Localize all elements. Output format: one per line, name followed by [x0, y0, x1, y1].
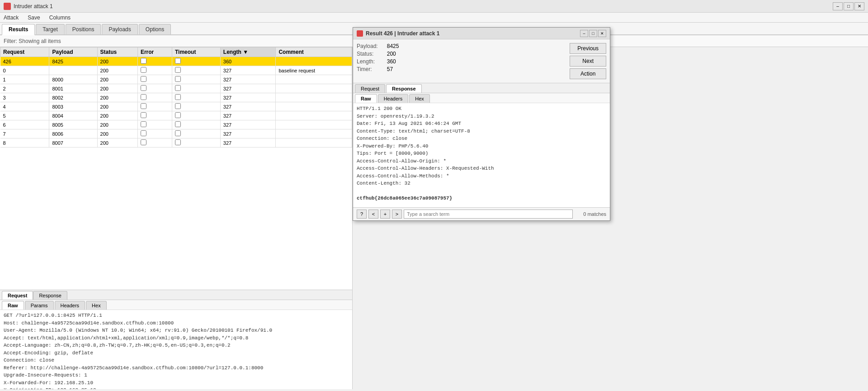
cell-request: 1: [0, 75, 49, 84]
cell-error-checkbox[interactable]: [141, 103, 146, 109]
popup-search-matches: 0 matches: [575, 211, 606, 217]
popup-search-next-down-button[interactable]: >: [392, 210, 402, 219]
cell-timeout-checkbox[interactable]: [175, 130, 181, 136]
req-sub-tab-raw[interactable]: Raw: [2, 301, 24, 310]
tab-options[interactable]: Options: [139, 24, 171, 34]
cell-error-checkbox[interactable]: [141, 121, 146, 127]
request-code-area: GET /?url=127.0.0.1:8425 HTTP/1.1 Host: …: [0, 310, 352, 389]
table-row[interactable]: 88007200327: [0, 138, 352, 148]
req-resp-tab-request[interactable]: Request: [2, 291, 33, 300]
table-row[interactable]: 4268425200360: [0, 57, 352, 66]
cell-comment: [276, 120, 352, 129]
popup-sub-tab-headers[interactable]: Headers: [378, 94, 409, 103]
col-status[interactable]: Status: [97, 48, 137, 57]
cell-request: 4: [0, 102, 49, 111]
minimize-button[interactable]: –: [833, 2, 843, 10]
cell-timeout: [172, 93, 221, 102]
req-sub-tab-params[interactable]: Params: [25, 301, 54, 310]
cell-error-checkbox[interactable]: [141, 139, 146, 145]
cell-timeout-checkbox[interactable]: [175, 58, 181, 64]
cell-error: [137, 57, 172, 66]
popup-search-input[interactable]: [404, 210, 573, 219]
tab-results[interactable]: Results: [2, 24, 35, 35]
cell-length: 327: [220, 84, 276, 93]
table-row[interactable]: 28001200327: [0, 84, 352, 93]
popup-tab-request[interactable]: Request: [355, 84, 385, 93]
popup-close-button[interactable]: ✕: [598, 30, 606, 37]
action-button[interactable]: Action: [570, 68, 606, 79]
table-row[interactable]: 58004200327: [0, 111, 352, 120]
req-resp-tab-response[interactable]: Response: [33, 291, 67, 300]
popup-search-bar: ? < + > 0 matches: [353, 207, 610, 220]
popup-search-next-up-button[interactable]: +: [380, 210, 390, 219]
results-table-container[interactable]: Request Payload Status Error Timeout Len…: [0, 47, 352, 290]
cell-error: [137, 120, 172, 129]
cell-timeout-checkbox[interactable]: [175, 112, 181, 118]
popup-info-values: 8425 200 360 57: [387, 43, 399, 72]
menu-columns[interactable]: Columns: [47, 14, 72, 21]
cell-error-checkbox[interactable]: [141, 94, 146, 100]
table-row[interactable]: 38002200327: [0, 93, 352, 102]
table-row[interactable]: 48003200327: [0, 102, 352, 111]
tab-payloads[interactable]: Payloads: [102, 24, 137, 34]
cell-request: 5: [0, 111, 49, 120]
col-error[interactable]: Error: [137, 48, 172, 57]
popup-sub-tab-hex[interactable]: Hex: [409, 94, 430, 103]
popup-maximize-button[interactable]: □: [589, 30, 597, 37]
result-popup-window: Result 426 | Intruder attack 1 – □ ✕ Pay…: [353, 27, 610, 221]
cell-timeout-checkbox[interactable]: [175, 67, 181, 73]
cell-timeout-checkbox[interactable]: [175, 85, 181, 91]
cell-timeout-checkbox[interactable]: [175, 94, 181, 100]
cell-payload: 8006: [49, 129, 97, 138]
cell-timeout-checkbox[interactable]: [175, 139, 181, 145]
length-label: Length:: [357, 58, 378, 65]
req-sub-tab-headers[interactable]: Headers: [55, 301, 85, 310]
status-value: 200: [387, 51, 399, 57]
cell-error-checkbox[interactable]: [141, 112, 146, 118]
tab-target[interactable]: Target: [36, 24, 64, 34]
cell-payload: 8000: [49, 75, 97, 84]
col-timeout[interactable]: Timeout: [172, 48, 221, 57]
table-row[interactable]: 78006200327: [0, 129, 352, 138]
maximize-button[interactable]: □: [844, 2, 854, 10]
cell-status: 200: [97, 120, 137, 129]
menu-attack[interactable]: Attack: [2, 14, 20, 21]
popup-tab-bar: Request Response: [353, 83, 610, 93]
cell-timeout-checkbox[interactable]: [175, 103, 181, 109]
cell-error-checkbox[interactable]: [141, 85, 146, 91]
col-length[interactable]: Length ▼: [220, 48, 276, 57]
popup-sub-tab-raw[interactable]: Raw: [355, 94, 377, 103]
close-button[interactable]: ✕: [854, 2, 864, 10]
tab-positions[interactable]: Positions: [66, 24, 101, 34]
col-comment[interactable]: Comment: [276, 48, 352, 57]
cell-length: 327: [220, 75, 276, 84]
req-sub-tab-hex[interactable]: Hex: [86, 301, 107, 310]
cell-timeout-checkbox[interactable]: [175, 121, 181, 127]
cell-timeout: [172, 120, 221, 129]
table-row[interactable]: 0200327baseline request: [0, 66, 352, 75]
col-request[interactable]: Request: [0, 48, 49, 57]
popup-search-prev-button[interactable]: <: [368, 210, 378, 219]
cell-timeout-checkbox[interactable]: [175, 76, 181, 82]
menu-save[interactable]: Save: [26, 14, 42, 21]
payload-label: Payload:: [357, 43, 378, 49]
table-row[interactable]: 18000200327: [0, 75, 352, 84]
next-button[interactable]: Next: [570, 56, 606, 67]
previous-button[interactable]: Previous: [570, 43, 606, 54]
table-row[interactable]: 68005200327: [0, 120, 352, 129]
popup-action-buttons: Previous Next Action: [566, 39, 610, 83]
cell-length: 327: [220, 93, 276, 102]
cell-error-checkbox[interactable]: [141, 67, 146, 73]
popup-icon: [357, 30, 363, 37]
cell-error-checkbox[interactable]: [141, 76, 146, 82]
cell-status: 200: [97, 93, 137, 102]
popup-minimize-button[interactable]: –: [580, 30, 588, 37]
col-payload[interactable]: Payload: [49, 48, 97, 57]
cell-comment: [276, 93, 352, 102]
title-bar-left: Intruder attack 1: [4, 3, 53, 10]
popup-search-help-button[interactable]: ?: [357, 210, 367, 219]
cell-error-checkbox[interactable]: [141, 58, 146, 64]
popup-response-area: HTTP/1.1 200 OK Server: openresty/1.19.3…: [353, 103, 610, 207]
popup-tab-response[interactable]: Response: [386, 84, 422, 93]
cell-error-checkbox[interactable]: [141, 130, 146, 136]
